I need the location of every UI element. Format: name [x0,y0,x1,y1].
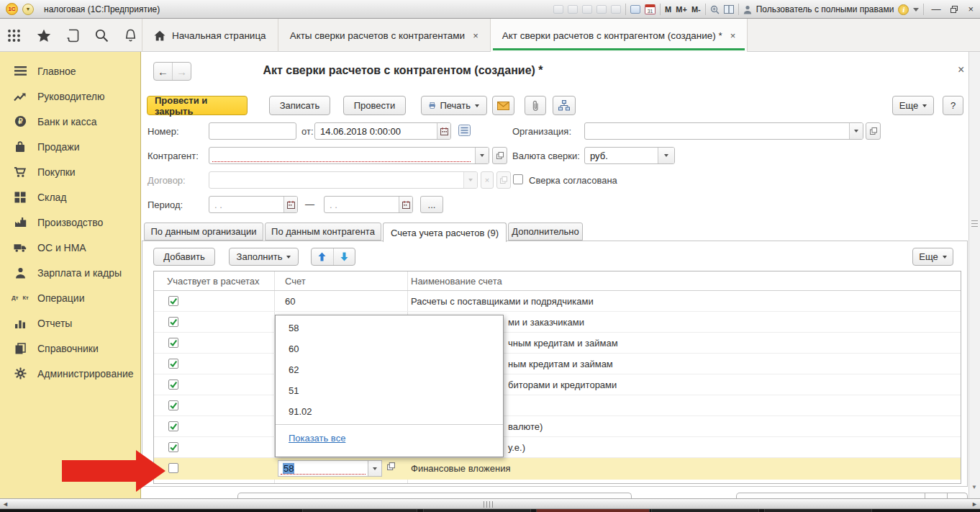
account-name-cell[interactable]: у.е.) [508,442,525,453]
scrollbar-grip[interactable] [971,220,978,228]
sidebar-item-purchases[interactable]: Покупки [0,159,140,184]
tab-home[interactable]: Начальная страница [142,19,278,52]
calculator-icon[interactable] [630,5,640,14]
sidebar-item-production[interactable]: Производство [0,210,140,235]
fill-menu-button[interactable]: Заполнить [229,248,299,266]
back-button[interactable]: ← [154,63,173,80]
form-more-button[interactable]: Еще [892,96,934,115]
link-icon[interactable] [596,5,607,14]
close-window-button[interactable]: × [965,1,976,18]
memory-plus-button[interactable]: M+ [676,5,687,14]
dropdown-item[interactable]: 51 [276,380,503,401]
scroll-down-icon[interactable]: ▼ [971,484,977,490]
move-down-button[interactable] [334,248,355,265]
sidebar-item-references[interactable]: Справочники [0,336,140,361]
post-button[interactable]: Провести [343,96,406,115]
minimize-button[interactable]: — [928,1,943,18]
tab-close-icon[interactable]: × [471,30,478,41]
date-input[interactable]: 14.06.2018 0:00:00 [314,122,451,140]
scroll-right-icon[interactable]: ► [971,500,978,508]
account-name-cell[interactable]: валюте) [508,421,543,432]
search-icon[interactable] [95,29,109,42]
sidebar-item-administration[interactable]: Администрирование [0,361,140,386]
tab-by-counterparty[interactable]: По данным контрагента [265,223,381,241]
participates-checkbox[interactable] [168,317,178,327]
restore-button[interactable] [948,6,961,13]
organization-input[interactable] [584,122,863,140]
sidebar-item-main[interactable]: Главное [0,58,140,84]
participates-checkbox[interactable] [168,400,178,410]
dropdown-item[interactable]: 58 [276,318,503,338]
grid-more-button[interactable]: Еще [912,248,953,266]
calendar-picker-icon[interactable] [399,197,412,212]
dropdown-item[interactable]: 91.02 [276,401,503,422]
zoom-icon[interactable] [710,5,720,14]
structure-button[interactable] [553,96,576,115]
account-name-cell[interactable]: Финансовые вложения [411,463,511,474]
split-panels-icon[interactable] [724,5,734,14]
apps-grid-icon[interactable] [7,29,21,42]
info-icon[interactable]: i [898,4,909,15]
sidebar-item-operations[interactable]: Дт Кт Операции [0,285,140,310]
quick-print-icon[interactable] [611,5,621,14]
send-email-button[interactable] [492,96,514,115]
sidebar-item-salary[interactable]: Зарплата и кадры [0,260,140,285]
main-menu-button[interactable]: ▼ [22,4,34,15]
tab-reconciliation-list[interactable]: Акты сверки расчетов с контрагентами × [278,19,491,52]
print-preview-icon[interactable] [582,5,592,14]
list-choice-icon[interactable] [458,125,471,136]
close-form-button[interactable]: × [958,63,964,76]
participates-checkbox[interactable] [168,379,178,390]
sidebar-item-bank[interactable]: ₽ Банк и касса [0,109,140,134]
account-open-button[interactable] [387,462,395,470]
tab-by-organization[interactable]: По данным организации [144,223,263,241]
write-button[interactable]: Записать [269,96,330,115]
memory-button[interactable]: M [665,5,671,14]
table-row-editing[interactable]: 58 Финансовые вложения [154,458,961,480]
memory-minus-button[interactable]: M- [691,5,701,14]
tab-reconciliation-new[interactable]: Акт сверки расчетов с контрагентом (созд… [491,19,748,52]
currency-input[interactable]: руб. [584,147,675,164]
vertical-scrollbar[interactable]: ▼ [968,52,980,498]
chevron-down-icon[interactable] [475,148,489,163]
notifications-bell-icon[interactable] [124,29,137,42]
period-to-input[interactable]: . . [324,196,413,213]
attachments-button[interactable] [525,96,546,115]
dropdown-item[interactable]: 60 [276,338,503,359]
calendar-picker-icon[interactable] [283,197,297,212]
dropdown-item[interactable]: 62 [276,359,503,380]
help-button[interactable]: ? [943,96,963,115]
tab-additional[interactable]: Дополнительно [508,223,583,241]
chevron-down-icon[interactable] [368,460,382,477]
calendar-icon[interactable]: 31 [645,4,655,14]
scrollbar-grip[interactable] [484,501,494,508]
show-all-link[interactable]: Показать все [289,433,345,444]
account-cell[interactable]: 60 [285,296,295,307]
calendar-picker-icon[interactable] [437,123,450,139]
favorites-star-icon[interactable] [37,29,51,42]
participates-checkbox[interactable] [168,359,178,369]
history-icon[interactable] [67,29,79,42]
print-icon[interactable] [568,5,578,14]
sidebar-item-manager[interactable]: Руководителю [0,84,140,109]
participates-checkbox[interactable] [168,421,178,431]
add-row-button[interactable]: Добавить [153,248,215,266]
agreed-checkbox[interactable] [513,174,523,184]
table-row[interactable]: 60 Расчеты с поставщиками и подрядчиками [154,291,961,312]
sidebar-item-warehouse[interactable]: Склад [0,184,140,210]
chevron-down-icon[interactable] [849,123,863,139]
account-name-cell[interactable]: ным кредитам и займам [508,359,613,369]
participates-checkbox[interactable] [168,338,178,348]
move-up-button[interactable] [312,248,334,265]
chevron-down-icon[interactable] [913,8,919,12]
counterparty-open-button[interactable] [492,147,507,164]
period-select-button[interactable]: ... [420,196,443,213]
participates-checkbox[interactable] [168,296,178,306]
participates-checkbox[interactable] [168,463,178,473]
participates-checkbox[interactable] [168,442,178,452]
account-edit-input[interactable]: 58 [278,460,368,477]
sidebar-item-sales[interactable]: Продажи [0,134,140,159]
account-name-cell[interactable]: Расчеты с поставщиками и подрядчиками [411,296,594,307]
scroll-left-icon[interactable]: ◄ [2,500,9,508]
tab-close-icon[interactable]: × [729,30,736,41]
